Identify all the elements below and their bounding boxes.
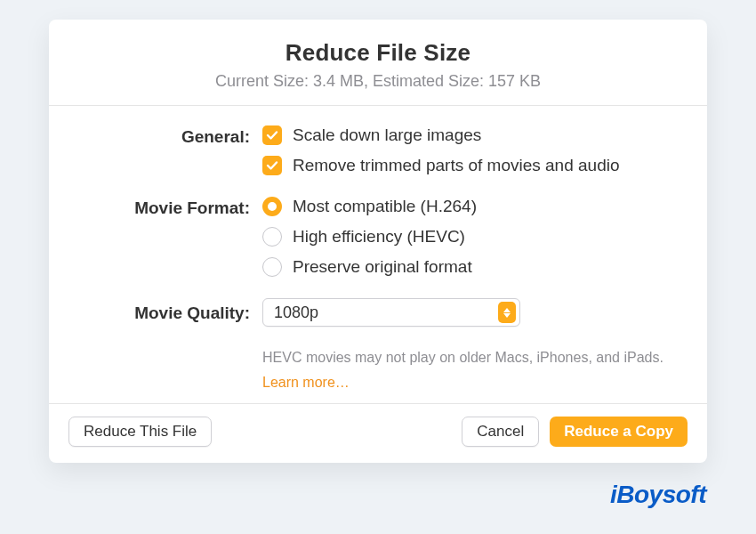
format-high-efficiency-option[interactable]: High efficiency (HEVC) [262,227,672,247]
brand-watermark: iBoysoft [610,481,706,509]
radio-icon[interactable] [262,257,282,277]
reduce-this-file-button[interactable]: Reduce This File [68,417,212,447]
hevc-note: HEVC movies may not play on older Macs, … [262,350,672,366]
general-label: General: [181,127,250,146]
dialog-subtitle: Current Size: 3.4 MB, Estimated Size: 15… [67,72,689,91]
format-most-compatible-label: Most compatible (H.264) [293,197,477,216]
scale-down-option[interactable]: Scale down large images [262,125,672,145]
dialog-title: Reduce File Size [67,39,689,67]
learn-more-link[interactable]: Learn more… [262,375,350,390]
scale-down-label: Scale down large images [293,125,481,145]
note-row: HEVC movies may not play on older Macs, … [84,337,672,391]
dialog-header: Reduce File Size Current Size: 3.4 MB, E… [49,20,707,105]
movie-quality-label: Movie Quality: [134,303,250,322]
general-row: General: Scale down large images Remove … [84,125,672,186]
format-most-compatible-option[interactable]: Most compatible (H.264) [262,197,672,216]
select-stepper-icon[interactable] [498,302,516,323]
checkbox-checked-icon[interactable] [262,125,282,145]
dialog-body: General: Scale down large images Remove … [49,106,707,403]
remove-trimmed-label: Remove trimmed parts of movies and audio [293,156,620,175]
format-preserve-option[interactable]: Preserve original format [262,257,672,277]
reduce-a-copy-button[interactable]: Reduce a Copy [550,417,688,447]
format-high-efficiency-label: High efficiency (HEVC) [293,227,465,247]
dialog-footer: Reduce This File Cancel Reduce a Copy [49,404,707,463]
movie-format-row: Movie Format: Most compatible (H.264) Hi… [84,197,672,287]
movie-quality-row: Movie Quality: 1080p [84,298,672,327]
movie-quality-select[interactable]: 1080p [262,298,520,327]
movie-quality-value: 1080p [274,303,498,322]
radio-icon[interactable] [262,227,282,247]
checkbox-checked-icon[interactable] [262,156,282,175]
cancel-button[interactable]: Cancel [462,417,539,447]
movie-format-label: Movie Format: [134,198,250,217]
format-preserve-label: Preserve original format [293,257,472,277]
radio-selected-icon[interactable] [262,197,282,216]
remove-trimmed-option[interactable]: Remove trimmed parts of movies and audio [262,156,672,175]
reduce-file-size-dialog: Reduce File Size Current Size: 3.4 MB, E… [49,20,707,463]
